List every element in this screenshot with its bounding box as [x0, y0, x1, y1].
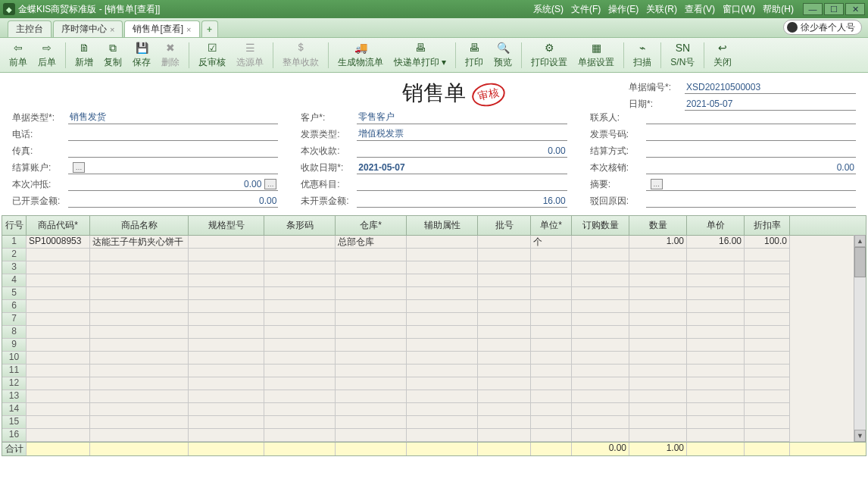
menu-item[interactable]: 帮助(H) [763, 3, 794, 16]
cell[interactable] [572, 352, 629, 365]
cell[interactable] [745, 390, 790, 403]
tab[interactable]: 序时簿中心× [53, 20, 123, 37]
cell[interactable] [90, 249, 189, 261]
cell[interactable] [189, 416, 264, 429]
tab-close-icon[interactable]: × [110, 25, 114, 34]
cell[interactable]: 达能王子牛奶夹心饼干 [90, 236, 189, 249]
cell[interactable] [478, 274, 531, 287]
cell[interactable] [264, 261, 336, 274]
cell[interactable] [189, 339, 264, 352]
cell[interactable] [745, 261, 790, 274]
cell[interactable] [407, 403, 478, 416]
cell[interactable] [27, 416, 90, 429]
table-row[interactable]: 2 [2, 249, 866, 261]
field-value[interactable] [68, 127, 278, 141]
column-header[interactable]: 折扣率 [745, 216, 790, 235]
cell[interactable] [27, 313, 90, 326]
table-row[interactable]: 12 [2, 377, 866, 390]
cell[interactable] [572, 300, 629, 313]
field-value[interactable] [646, 144, 856, 158]
field-value[interactable]: 销售发货 [68, 111, 278, 124]
cell[interactable] [407, 390, 478, 403]
cell[interactable] [629, 339, 687, 352]
cell[interactable] [572, 313, 629, 326]
cell[interactable] [407, 300, 478, 313]
cell[interactable] [336, 365, 407, 377]
cell[interactable] [407, 287, 478, 300]
cell[interactable] [629, 261, 687, 274]
cell[interactable] [264, 249, 336, 261]
cell[interactable] [531, 429, 572, 442]
cell[interactable] [90, 274, 189, 287]
cell[interactable] [336, 416, 407, 429]
toolbar-前单[interactable]: ⇦前单 [5, 39, 32, 71]
cell[interactable] [90, 352, 189, 365]
cell[interactable]: 100.0 [745, 236, 790, 249]
column-header[interactable]: 单位* [531, 216, 572, 235]
cell[interactable] [478, 403, 531, 416]
cell[interactable] [189, 429, 264, 442]
cell[interactable] [745, 352, 790, 365]
table-row[interactable]: 11 [2, 365, 866, 377]
cell[interactable]: 个 [531, 236, 572, 249]
cell[interactable] [189, 287, 264, 300]
cell[interactable] [531, 365, 572, 377]
cell[interactable] [745, 403, 790, 416]
cell[interactable] [629, 377, 687, 390]
cell[interactable]: 总部仓库 [336, 236, 407, 249]
cell[interactable] [407, 249, 478, 261]
cell[interactable] [629, 287, 687, 300]
cell[interactable] [572, 261, 629, 274]
cell[interactable] [90, 416, 189, 429]
cell[interactable] [572, 416, 629, 429]
cell[interactable] [687, 416, 745, 429]
cell[interactable] [27, 287, 90, 300]
user-badge[interactable]: 徐少春个人号 [783, 20, 862, 35]
toolbar-关闭[interactable]: ↩关闭 [709, 39, 736, 71]
toolbar-反审核[interactable]: ☑反审核 [194, 39, 230, 71]
lookup-button[interactable]: … [73, 162, 85, 173]
cell[interactable] [27, 261, 90, 274]
cell[interactable] [264, 416, 336, 429]
cell[interactable] [572, 326, 629, 339]
cell[interactable] [629, 274, 687, 287]
cell[interactable] [264, 339, 336, 352]
cell[interactable]: 12 [2, 377, 27, 390]
column-header[interactable]: 批号 [478, 216, 531, 235]
cell[interactable] [407, 377, 478, 390]
cell[interactable] [687, 287, 745, 300]
cell[interactable]: 16 [2, 429, 27, 442]
cell[interactable] [745, 339, 790, 352]
cell[interactable] [90, 403, 189, 416]
column-header[interactable]: 商品名称 [90, 216, 189, 235]
cell[interactable] [478, 300, 531, 313]
cell[interactable] [27, 352, 90, 365]
cell[interactable] [687, 377, 745, 390]
cell[interactable] [531, 377, 572, 390]
cell[interactable] [27, 429, 90, 442]
cell[interactable] [90, 287, 189, 300]
toolbar-复制[interactable]: ⧉复制 [99, 39, 126, 71]
cell[interactable] [531, 261, 572, 274]
cell[interactable] [531, 313, 572, 326]
cell[interactable] [189, 365, 264, 377]
toolbar-保存[interactable]: 💾保存 [128, 39, 155, 71]
field-value[interactable]: 零售客户 [357, 111, 567, 124]
toolbar-快递单打印[interactable]: 🖶快递单打印 ▾ [389, 39, 451, 71]
cell[interactable]: 6 [2, 300, 27, 313]
cell[interactable] [90, 429, 189, 442]
cell[interactable] [27, 339, 90, 352]
table-row[interactable]: 15 [2, 416, 866, 429]
cell[interactable] [264, 403, 336, 416]
cell[interactable] [407, 261, 478, 274]
cell[interactable] [745, 274, 790, 287]
cell[interactable] [687, 390, 745, 403]
cell[interactable]: 9 [2, 339, 27, 352]
cell[interactable] [531, 287, 572, 300]
tab-close-icon[interactable]: × [186, 25, 191, 34]
toolbar-新增[interactable]: 🗎新增 [70, 39, 98, 71]
cell[interactable] [572, 287, 629, 300]
cell[interactable]: 11 [2, 365, 27, 377]
cell[interactable]: 5 [2, 287, 27, 300]
cell[interactable] [189, 390, 264, 403]
